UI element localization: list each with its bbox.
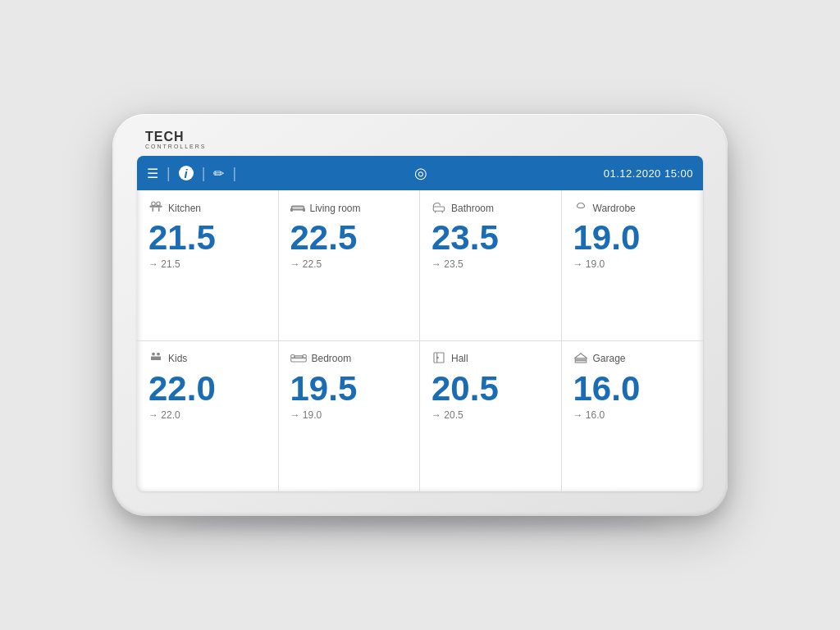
divider-3: | [232,165,236,182]
room-name: Garage [593,353,626,364]
room-cell-wardrobe[interactable]: Wardrobe 19.0 → 19.0 [562,190,704,341]
header-center: ◎ [238,164,604,182]
room-setpoint: → 23.5 [431,258,463,270]
svg-rect-8 [303,208,305,212]
svg-point-4 [157,202,161,206]
target-icon: ◎ [414,164,427,182]
screen: ☰ | i | ✏ | ◎ 01.12.2020 15:00 Kitchen [137,156,703,491]
room-icon-hall [431,351,446,367]
room-temperature: 20.5 [431,372,499,406]
rooms-grid: Kitchen 21.5 → 21.5 Living room 22.5 → 2… [137,190,703,491]
room-temperature: 22.5 [290,221,358,255]
edit-icon[interactable]: ✏ [213,166,224,181]
room-setpoint: → 20.5 [431,409,463,421]
room-cell-garage[interactable]: Garage 16.0 → 16.0 [562,341,704,492]
room-name: Wardrobe [593,203,636,214]
room-name: Living room [310,203,361,214]
svg-rect-0 [150,206,162,208]
svg-rect-1 [153,208,154,212]
divider-1: | [167,165,171,182]
room-name: Kitchen [168,203,201,214]
room-header: Bedroom [290,351,352,367]
menu-icon[interactable]: ☰ [147,166,158,181]
device-top-bar: TECH CONTROLLERS [137,130,703,156]
svg-rect-2 [158,208,160,212]
room-setpoint: → 22.5 [290,258,322,270]
room-header: Kids [148,351,187,367]
room-icon-wardrobe [573,200,588,216]
room-cell-kids[interactable]: Kids 22.0 → 22.0 [137,341,279,492]
room-icon-garage [573,351,588,367]
room-cell-kitchen[interactable]: Kitchen 21.5 → 21.5 [137,190,279,341]
header-datetime: 01.12.2020 15:00 [604,167,693,180]
divider-2: | [202,165,206,182]
room-cell-living-room[interactable]: Living room 22.5 → 22.5 [279,190,421,341]
room-cell-bedroom[interactable]: Bedroom 19.5 → 19.0 [279,341,421,492]
room-temperature: 23.5 [431,221,499,255]
room-setpoint: → 19.0 [290,409,322,421]
room-setpoint: → 22.0 [148,409,180,421]
room-icon-kids [148,351,163,367]
svg-rect-16 [294,355,303,358]
room-temperature: 16.0 [573,372,641,406]
room-header: Living room [290,200,361,216]
svg-rect-6 [292,207,304,209]
svg-point-13 [157,352,160,355]
room-temperature: 19.5 [290,372,358,406]
room-icon-living room [290,200,305,216]
svg-point-3 [152,202,156,206]
svg-point-12 [152,352,155,355]
brand-logo: TECH CONTROLLERS [145,130,207,149]
room-header: Hall [431,351,468,367]
room-setpoint: → 21.5 [148,258,180,270]
device-wrapper: TECH CONTROLLERS ☰ | i | ✏ | ◎ 01.12.202… [100,98,740,532]
svg-rect-9 [433,207,445,211]
room-temperature: 22.0 [148,372,216,406]
header-left: ☰ | i | ✏ | [147,165,238,182]
room-header: Garage [573,351,626,367]
room-temperature: 19.0 [573,221,641,255]
room-name: Bathroom [451,203,494,214]
room-icon-bedroom [290,351,307,367]
room-setpoint: → 16.0 [573,409,605,421]
room-cell-hall[interactable]: Hall 20.5 → 20.5 [420,341,562,492]
svg-point-19 [437,357,439,358]
screen-header: ☰ | i | ✏ | ◎ 01.12.2020 15:00 [137,156,703,190]
room-setpoint: → 19.0 [573,258,605,270]
device-body: TECH CONTROLLERS ☰ | i | ✏ | ◎ 01.12.202… [112,114,728,516]
room-temperature: 21.5 [148,221,216,255]
room-name: Hall [451,353,468,364]
room-icon-bathroom [431,200,446,216]
svg-rect-7 [290,208,293,212]
room-cell-bathroom[interactable]: Bathroom 23.5 → 23.5 [420,190,562,341]
brand-subtitle: CONTROLLERS [145,144,207,149]
room-name: Kids [168,353,187,364]
svg-line-10 [436,211,436,212]
svg-line-11 [442,211,443,212]
room-icon-kitchen [148,200,163,216]
brand-name: TECH [145,130,185,144]
room-header: Wardrobe [573,200,636,216]
room-name: Bedroom [312,353,352,364]
info-icon[interactable]: i [179,166,194,180]
room-header: Bathroom [431,200,494,216]
room-header: Kitchen [148,200,201,216]
svg-rect-18 [434,353,444,363]
